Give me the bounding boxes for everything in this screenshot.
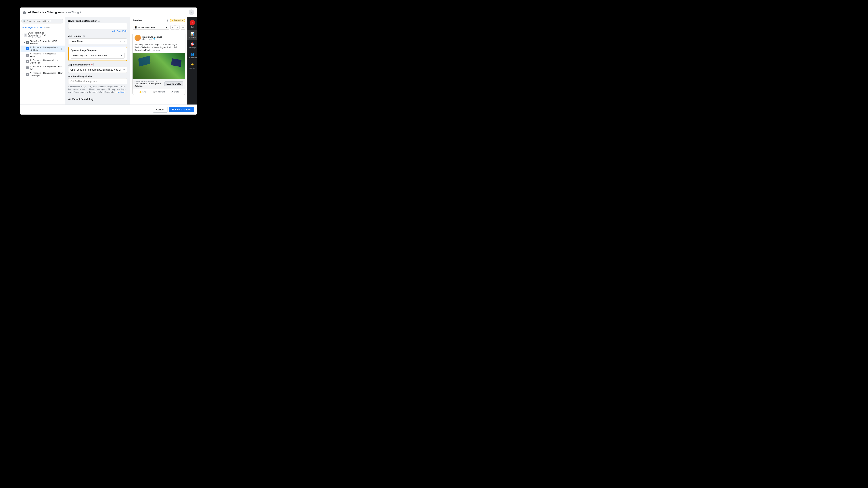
strategy-sidebar-item[interactable]: 🎯 Strategy xyxy=(187,40,197,51)
ad-icon-1: ■ xyxy=(26,47,29,50)
like-button[interactable]: 👍 Like xyxy=(134,90,151,94)
app-link-info-icon[interactable]: ⓘ xyxy=(92,63,94,66)
app-link-select-wrap: Open deep link in mobile app, fallback t… xyxy=(68,67,127,73)
cancel-button[interactable]: Cancel xyxy=(153,107,167,112)
fb-avatar xyxy=(134,35,141,41)
preview-content: Marsh Life Science Sponsored 🌐 ··· We th… xyxy=(130,31,187,104)
svg-rect-0 xyxy=(23,11,25,12)
modal-body: 🔍 1 Campaigns › 1 Ad Sets › 5 Ads ▼ C CO… xyxy=(20,17,197,104)
paused-chevron: ▼ xyxy=(181,19,183,22)
dynamic-template-label: Dynamic Image Template xyxy=(71,49,125,52)
dynamic-template-group: Dynamic Image Template Select Dynamic Im… xyxy=(68,47,127,61)
edit-item[interactable]: N Edit xyxy=(189,19,196,30)
paused-label: Paused xyxy=(174,19,181,22)
fb-learn-more-button[interactable]: LEARN MORE xyxy=(164,82,183,86)
learn-more-link[interactable]: Learn More xyxy=(115,91,125,93)
sidebar: 🔍 1 Campaigns › 1 Ad Sets › 5 Ads ▼ C CO… xyxy=(20,17,65,104)
call-to-action-select[interactable]: Learn More xyxy=(68,38,127,44)
strategy-icon: 🎯 xyxy=(190,42,194,46)
sponsored-globe-icon: 🌐 xyxy=(153,38,155,40)
search-input[interactable] xyxy=(21,19,63,24)
ad-variant-label: Ad Variant Scheduling xyxy=(68,98,93,101)
ad-item-2[interactable]: ■ All Products - Catalog sales - Read xyxy=(20,52,65,58)
adset-item[interactable]: ▼ A Tech-Seo Retargeting WRK Website xyxy=(20,39,65,45)
fb-sponsored-label: Sponsored 🌐 xyxy=(143,38,179,40)
ad-item-1[interactable]: ■ All Products - Catalog sales - No Tho.… xyxy=(20,45,65,52)
right-sidebar: N Edit 📊 Analytics 🎯 Strategy 👥 Collabor… xyxy=(187,17,197,104)
next-arrow-button[interactable]: › xyxy=(175,25,180,30)
collaborate-label: Collaborate xyxy=(188,57,197,59)
fb-ad-card: Marsh Life Science Sponsored 🌐 ··· We th… xyxy=(132,33,185,95)
preview-panel: Preview ⬆ Paused ▼ 📱 Mobile News Feed ▼ xyxy=(130,17,187,104)
like-icon: 👍 xyxy=(139,91,142,93)
placement-select[interactable]: 📱 Mobile News Feed ▼ xyxy=(133,25,169,30)
comment-button[interactable]: 💬 Comment xyxy=(151,90,167,94)
ad-more-button-1[interactable]: ⋮ xyxy=(60,47,63,50)
modal-footer: Cancel Review Changes xyxy=(20,104,197,115)
breadcrumb: 1 Campaigns › 1 Ad Sets › 5 Ads xyxy=(20,25,65,30)
adset-label: Tech-Seo Retargeting WRK Website xyxy=(30,40,63,45)
tree-section: ▼ C CORP. Tech-Seo Retargeting..._SNK 03… xyxy=(20,30,65,78)
svg-rect-3 xyxy=(25,12,26,13)
collaborate-icon: 👥 xyxy=(190,53,194,56)
ad-item-3[interactable]: ■ All Products - Catalog sales - Expert … xyxy=(20,58,65,65)
call-to-action-group: Call to Action ⓘ Learn More × ▼ xyxy=(68,35,127,44)
ad-icon-5: ■ xyxy=(26,73,29,76)
see-more-label[interactable]: ...see more xyxy=(151,49,160,51)
adsets-link[interactable]: 1 Ad Sets xyxy=(35,26,43,29)
campaign-sublabel: 03/28/19, Traffic xyxy=(28,36,63,38)
share-button[interactable]: ↗ Share xyxy=(167,90,183,94)
modal-title: All Products - Catalog sales xyxy=(28,11,64,14)
cta-info-icon[interactable]: ⓘ xyxy=(83,35,85,38)
collapse-icon: ▼ xyxy=(21,34,23,36)
activity-sidebar-item[interactable]: ⚡ Activity xyxy=(187,61,197,71)
campaign-item[interactable]: ▼ C CORP. Tech-Seo Retargeting..._SNK 03… xyxy=(20,31,65,39)
nav-arrows: ‹ › xyxy=(170,25,180,30)
additional-image-group: Additional Image Index Specify which ima… xyxy=(68,75,127,94)
share-preview-button[interactable]: ⊞ xyxy=(181,25,185,30)
preview-header: Preview ⬆ Paused ▼ xyxy=(130,17,187,24)
ad-icon-2: ■ xyxy=(26,54,29,57)
close-button[interactable]: × xyxy=(189,9,194,15)
call-to-action-select-wrap: Learn More × ▼ xyxy=(68,38,127,44)
strategy-label: Strategy xyxy=(189,46,196,48)
dynamic-template-select[interactable]: Select Dynamic Image Template xyxy=(71,53,125,59)
prev-arrow-button[interactable]: ‹ xyxy=(170,25,175,30)
review-changes-button[interactable]: Review Changes xyxy=(169,107,194,112)
dynamic-template-select-wrap: Select Dynamic Image Template ▼ xyxy=(71,53,125,59)
fb-more-button[interactable]: ··· xyxy=(181,36,183,40)
campaign-icon: C xyxy=(24,34,27,37)
cta-clear-button[interactable]: × xyxy=(120,40,122,43)
add-page-field-news: Add Page Field xyxy=(68,30,127,33)
modal-titlebar: All Products - Catalog sales · No Though… xyxy=(20,7,197,17)
news-feed-info-icon[interactable]: ⓘ xyxy=(98,20,100,22)
analytics-icon: 📊 xyxy=(190,32,194,36)
svg-rect-2 xyxy=(23,12,25,13)
fb-page-info: Marsh Life Science Sponsored 🌐 xyxy=(143,36,179,40)
analytics-sidebar-item[interactable]: 📊 Analytics xyxy=(187,30,197,40)
additional-image-label: Additional Image Index xyxy=(68,75,127,77)
ads-link[interactable]: 5 Ads xyxy=(45,26,50,29)
preview-toolbar: 📱 Mobile News Feed ▼ ‹ › ⊞ xyxy=(130,24,187,31)
paused-badge[interactable]: Paused ▼ xyxy=(170,19,185,22)
ad-label-2: All Products - Catalog sales - Read xyxy=(30,53,63,58)
grid-icon xyxy=(23,10,26,14)
sep2: › xyxy=(44,26,45,29)
add-page-field-link-news[interactable]: Add Page Field xyxy=(112,30,127,32)
activity-icon: ⚡ xyxy=(190,63,194,66)
fb-ad-footer: ENTERPRISE.ERROR.COM Free Access to Anal… xyxy=(132,79,185,89)
app-link-select[interactable]: Open deep link in mobile app, fallback t… xyxy=(68,67,127,73)
app-link-label: App Link Destination * ⓘ xyxy=(68,63,127,66)
ad-item-4[interactable]: ■ All Products - Catalog sales - Roll it… xyxy=(20,65,65,71)
upload-icon[interactable]: ⬆ xyxy=(166,19,168,22)
news-feed-input[interactable] xyxy=(68,23,127,29)
ad-label-5: All Products - Catalog sales - New T arr… xyxy=(30,72,63,77)
additional-image-input[interactable] xyxy=(68,78,127,84)
app-link-group: App Link Destination * ⓘ Open deep link … xyxy=(68,63,127,73)
campaigns-link[interactable]: 1 Campaigns xyxy=(22,26,33,29)
collaborate-sidebar-item[interactable]: 👥 Collaborate xyxy=(187,51,197,61)
news-feed-group: News Feed Link Description ⓘ Add Page Fi… xyxy=(68,20,127,33)
ad-item-5[interactable]: ■ All Products - Catalog sales - New T a… xyxy=(20,71,65,77)
app-link-required: * xyxy=(91,64,92,66)
fb-headline: Free Access to Analytical Articles xyxy=(134,83,164,87)
